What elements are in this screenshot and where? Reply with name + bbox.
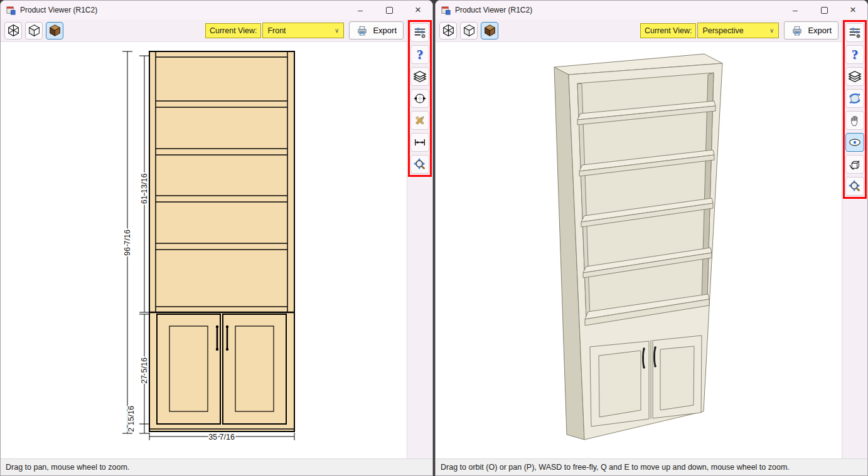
zoom-extents-icon <box>848 179 862 193</box>
chevron-down-icon: ∨ <box>335 27 339 34</box>
walkthrough-cube-icon <box>848 157 862 171</box>
perspective-cabinet-render <box>436 42 842 458</box>
shaded-cube-button[interactable] <box>46 22 63 40</box>
close-button[interactable]: × <box>839 1 867 19</box>
help-button[interactable]: ? <box>845 45 864 64</box>
help-icon: ? <box>852 48 859 61</box>
layers-button[interactable] <box>845 67 864 86</box>
toolbar: Current View: Front ∨ Export <box>1 19 407 42</box>
right-tool-strip: ? <box>407 19 432 458</box>
pan-button[interactable] <box>845 111 864 130</box>
current-view-value: Perspective <box>702 26 743 35</box>
current-view-label: Current View: <box>640 23 697 38</box>
dim-base-height: 2 15/16 <box>127 406 136 432</box>
product-viewer-window-front: Product Viewer (R1C2) – x × <box>0 0 433 476</box>
dim-overall-height: 96 7/16 <box>123 230 132 256</box>
current-view-dropdown[interactable]: Perspective ∨ <box>697 23 779 38</box>
status-bar: Drag to pan, mouse wheel to zoom. <box>1 458 432 475</box>
wireframe-cube-button[interactable] <box>439 22 457 40</box>
current-view-value: Front <box>267 26 286 35</box>
shaded-cube-button[interactable] <box>481 22 498 40</box>
printer-icon <box>356 24 368 37</box>
app-icon <box>441 6 451 15</box>
close-button[interactable]: × <box>404 1 432 19</box>
printer-icon <box>791 24 803 37</box>
wireframe-cube-button[interactable] <box>4 22 22 40</box>
walkthrough-button[interactable] <box>845 155 864 174</box>
dimension-button[interactable] <box>410 133 429 152</box>
window-title: Product Viewer (R1C2) <box>455 6 532 14</box>
edit-dimensions-button[interactable] <box>410 111 429 130</box>
edit-pencil-icon <box>413 114 427 127</box>
maximize-button[interactable]: x <box>810 1 839 19</box>
hidden-line-cube-icon <box>28 24 41 37</box>
display-options-icon <box>413 26 427 40</box>
highlighted-tool-stack: ? <box>408 20 432 177</box>
layers-icon <box>848 70 862 83</box>
shaded-cube-icon <box>48 24 62 37</box>
status-bar: Drag to orbit (O) or pan (P), WASD to fr… <box>436 458 867 475</box>
hidden-line-cube-button[interactable] <box>25 22 43 40</box>
export-label: Export <box>373 26 397 35</box>
wireframe-cube-icon <box>7 24 20 37</box>
hidden-line-cube-button[interactable] <box>460 22 478 40</box>
dim-overall-width: 35 7/16 <box>208 433 235 442</box>
shaded-cube-icon <box>483 24 496 37</box>
compass-button[interactable] <box>410 89 429 108</box>
front-elevation-drawing: 96 7/16 61 13/16 27 5/16 2 15/16 35 7/16 <box>1 42 407 458</box>
product-viewer-window-perspective: Product Viewer (R1C2) – x × <box>435 0 868 476</box>
eye-button[interactable] <box>845 133 864 152</box>
zoom-extents-icon <box>413 157 427 171</box>
minimize-button[interactable]: – <box>346 1 375 19</box>
titlebar[interactable]: Product Viewer (R1C2) – x × <box>1 1 432 19</box>
status-text: Drag to orbit (O) or pan (P), WASD to fr… <box>441 463 790 472</box>
viewport-canvas-3d[interactable] <box>436 42 842 458</box>
display-options-icon <box>848 26 862 40</box>
orbit-button[interactable] <box>845 89 864 108</box>
help-button[interactable]: ? <box>410 45 429 64</box>
zoom-extents-button[interactable] <box>410 155 429 174</box>
pan-hand-icon <box>848 114 862 127</box>
zoom-extents-button[interactable] <box>845 177 864 196</box>
export-button[interactable]: Export <box>784 21 839 40</box>
app-icon <box>6 6 16 15</box>
eye-icon <box>848 135 862 149</box>
wireframe-cube-icon <box>442 24 455 37</box>
drawing-canvas-2d[interactable]: 96 7/16 61 13/16 27 5/16 2 15/16 35 7/16 <box>1 42 407 458</box>
display-options-button[interactable] <box>410 23 429 42</box>
window-title: Product Viewer (R1C2) <box>20 6 97 14</box>
maximize-button[interactable]: x <box>375 1 404 19</box>
dimension-icon <box>413 135 427 149</box>
export-button[interactable]: Export <box>349 21 404 40</box>
help-icon: ? <box>417 48 424 61</box>
current-view-label: Current View: <box>205 23 262 38</box>
display-options-button[interactable] <box>845 23 864 42</box>
compass-icon <box>413 92 427 105</box>
status-text: Drag to pan, mouse wheel to zoom. <box>6 463 129 472</box>
toolbar: Current View: Perspective ∨ Export <box>436 19 842 42</box>
chevron-down-icon: ∨ <box>769 27 774 34</box>
dim-upper-section-height: 61 13/16 <box>140 174 149 204</box>
right-tool-strip: ? <box>842 19 867 458</box>
export-label: Export <box>808 26 832 35</box>
orbit-icon <box>848 92 862 105</box>
minimize-button[interactable]: – <box>781 1 810 19</box>
hidden-line-cube-icon <box>463 24 476 37</box>
dim-door-section-height: 27 5/16 <box>140 357 149 384</box>
current-view-dropdown[interactable]: Front ∨ <box>262 23 344 38</box>
layers-button[interactable] <box>410 67 429 86</box>
titlebar[interactable]: Product Viewer (R1C2) – x × <box>436 1 867 19</box>
highlighted-tool-stack: ? <box>843 20 867 199</box>
layers-icon <box>413 70 427 83</box>
